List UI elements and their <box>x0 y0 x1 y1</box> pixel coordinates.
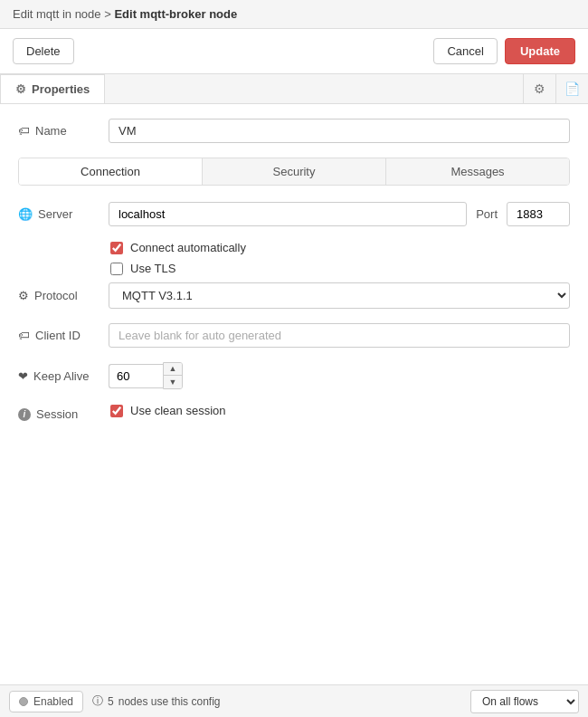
tab-header-row: ⚙ Properties ⚙ 📄 <box>0 74 588 104</box>
keepalive-control-wrap: ▲ ▼ <box>109 362 570 389</box>
protocol-control-wrap: MQTT V3.1.1 MQTT V3.1 MQTT V5 <box>109 282 570 309</box>
clean-session-checkbox[interactable] <box>110 405 123 417</box>
session-label: i Session <box>18 407 109 421</box>
info-icon: i <box>18 408 31 421</box>
breadcrumb-separator: > <box>104 7 114 21</box>
name-label: 🏷 Name <box>18 124 109 138</box>
spinner-down-button[interactable]: ▼ <box>164 376 182 388</box>
protocol-label: ⚙ Protocol <box>18 289 109 302</box>
protocol-row: ⚙ Protocol MQTT V3.1.1 MQTT V3.1 MQTT V5 <box>18 282 570 309</box>
use-tls-checkbox[interactable] <box>110 263 123 275</box>
spinner-buttons: ▲ ▼ <box>163 362 183 389</box>
connect-auto-checkbox[interactable] <box>110 242 123 254</box>
breadcrumb-parent: Edit mqtt in node <box>13 7 101 21</box>
action-bar: Delete Cancel Update <box>0 29 588 74</box>
info-circle-icon: ⓘ <box>92 693 103 709</box>
clean-session-label: Use clean session <box>130 404 226 417</box>
name-control-wrap <box>109 119 570 143</box>
checkbox-group: Connect automatically Use TLS <box>18 241 570 275</box>
name-row: 🏷 Name <box>18 119 570 143</box>
protocol-select[interactable]: MQTT V3.1.1 MQTT V3.1 MQTT V5 <box>109 282 570 309</box>
enabled-button[interactable]: Enabled <box>9 691 83 712</box>
protocol-icon: ⚙ <box>18 289 29 302</box>
tab-connection[interactable]: Connection <box>19 158 203 185</box>
nodes-label: nodes use this config <box>119 695 221 708</box>
nodes-count: 5 <box>108 695 114 708</box>
clean-session-row: Use clean session <box>109 404 570 417</box>
breadcrumb: Edit mqtt in node > Edit mqtt-broker nod… <box>0 0 588 29</box>
server-label: 🌐 Server <box>18 207 109 221</box>
name-input[interactable] <box>109 119 570 143</box>
gear-icon: ⚙ <box>15 82 26 96</box>
connect-auto-label: Connect automatically <box>130 241 246 254</box>
spinner-up-button[interactable]: ▲ <box>164 363 182 376</box>
settings-icon-btn[interactable]: ⚙ <box>523 74 555 103</box>
client-id-row: 🏷 Client ID <box>18 323 570 348</box>
settings-icon: ⚙ <box>534 81 545 96</box>
nodes-info: ⓘ 5 nodes use this config <box>92 693 220 709</box>
flows-select[interactable]: On all flows On current flow <box>470 690 579 713</box>
client-id-icon: 🏷 <box>18 329 30 342</box>
enabled-label: Enabled <box>33 695 73 708</box>
main-content: 🏷 Name Connection Security Messages 🌐 Se… <box>0 104 588 454</box>
update-button[interactable]: Update <box>505 38 575 64</box>
server-control-wrap: Port <box>109 202 570 226</box>
document-icon-btn[interactable]: 📄 <box>555 74 588 103</box>
breadcrumb-current: Edit mqtt-broker node <box>114 7 237 21</box>
port-input[interactable] <box>507 202 570 226</box>
properties-tab-label: Properties <box>32 82 90 96</box>
tab-security[interactable]: Security <box>203 158 386 185</box>
use-tls-label: Use TLS <box>130 262 175 275</box>
tab-spacer <box>105 74 523 103</box>
keepalive-input[interactable] <box>109 364 163 388</box>
connection-content: 🌐 Server Port Connect automatically Use … <box>18 202 570 425</box>
keepalive-row: ❤ Keep Alive ▲ ▼ <box>18 362 570 389</box>
keepalive-label: ❤ Keep Alive <box>18 369 109 383</box>
session-row: i Session Use clean session <box>18 404 570 425</box>
session-control-wrap: Use clean session <box>109 404 570 425</box>
connect-auto-row: Connect automatically <box>109 241 570 254</box>
use-tls-row: Use TLS <box>109 262 570 275</box>
server-icon: 🌐 <box>18 207 33 221</box>
tag-icon: 🏷 <box>18 124 30 138</box>
server-row: 🌐 Server Port <box>18 202 570 226</box>
server-port-row: Port <box>109 202 570 226</box>
heart-icon: ❤ <box>18 369 28 383</box>
sub-tabs: Connection Security Messages <box>18 158 570 186</box>
properties-tab[interactable]: ⚙ Properties <box>0 74 105 103</box>
client-id-input[interactable] <box>109 323 570 348</box>
delete-button[interactable]: Delete <box>13 38 74 64</box>
keepalive-wrap: ▲ ▼ <box>109 362 570 389</box>
status-dot <box>19 697 28 706</box>
port-label: Port <box>476 207 498 221</box>
status-bar: Enabled ⓘ 5 nodes use this config On all… <box>0 684 588 717</box>
document-icon: 📄 <box>564 81 580 96</box>
server-input[interactable] <box>109 202 467 226</box>
client-id-control-wrap <box>109 323 570 348</box>
tab-messages[interactable]: Messages <box>386 158 569 185</box>
client-id-label: 🏷 Client ID <box>18 329 109 342</box>
cancel-button[interactable]: Cancel <box>433 38 497 64</box>
